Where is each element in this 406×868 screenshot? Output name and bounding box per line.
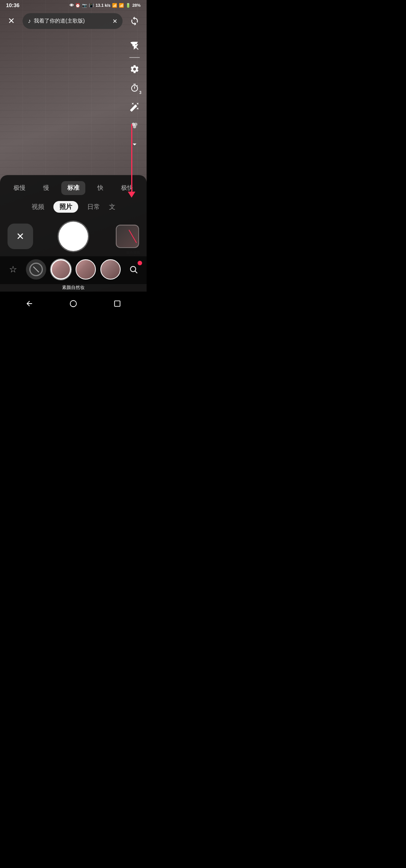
flip-camera-button[interactable] <box>127 14 142 29</box>
mode-text[interactable]: 文 <box>109 203 115 211</box>
speed-item-very-slow[interactable]: 极慢 <box>8 181 32 195</box>
timer-badge: 3 <box>139 91 141 95</box>
speed-item-fast[interactable]: 快 <box>88 181 112 195</box>
sidebar-divider <box>129 57 140 58</box>
network-speed: 13.1 k/s <box>95 3 111 8</box>
svg-line-6 <box>135 271 138 274</box>
camera-status-icon: 📷 <box>82 3 87 8</box>
top-bar: ✕ ♪ 我着了你的道(主歌版) ✕ <box>0 11 147 32</box>
filter-bar-wrapper: ☆ <box>0 256 147 292</box>
filter-thumb-1[interactable] <box>51 259 71 280</box>
status-icons: 👁 ⏰ 📷 📳 13.1 k/s 📶 📶 🔋 28% <box>70 3 141 8</box>
filter-none-button[interactable] <box>26 259 46 280</box>
music-title: 我着了你的道(主歌版) <box>34 18 109 24</box>
signal-icon: 📶 <box>119 3 124 8</box>
alarm-icon: ⏰ <box>75 3 80 8</box>
mode-video[interactable]: 视频 <box>32 203 44 211</box>
filter-none-inner <box>29 263 43 276</box>
arrow-indicator <box>128 124 135 198</box>
mode-daily[interactable]: 日常 <box>87 203 100 211</box>
cancel-recording-button[interactable]: ✕ <box>8 224 33 249</box>
settings-button[interactable] <box>126 61 143 77</box>
mode-photo[interactable]: 照片 <box>53 201 78 213</box>
timer-button[interactable]: 3 <box>126 80 143 96</box>
wifi-icon: 📶 <box>112 3 117 8</box>
svg-point-8 <box>70 301 77 307</box>
filter-bar: ☆ <box>0 256 147 284</box>
vibrate-icon: 📳 <box>89 3 94 8</box>
battery-percent: 28% <box>132 3 141 8</box>
navigation-bar <box>0 292 147 317</box>
favorites-button[interactable]: ☆ <box>5 261 21 278</box>
search-filter-button[interactable] <box>125 261 142 278</box>
speed-item-very-fast[interactable]: 极快 <box>115 181 139 195</box>
gallery-thumbnail[interactable] <box>116 225 139 248</box>
filter-thumb-3[interactable] <box>100 259 121 280</box>
music-close-button[interactable]: ✕ <box>112 18 117 25</box>
svg-rect-9 <box>114 301 120 307</box>
shutter-inner <box>61 224 86 249</box>
filter-thumb-2[interactable] <box>76 259 96 280</box>
gallery-thumb-inner <box>117 225 138 247</box>
capture-row: ✕ <box>0 218 147 256</box>
speed-item-standard[interactable]: 标准 <box>61 181 85 195</box>
battery-icon: 🔋 <box>126 3 131 8</box>
status-time: 10:36 <box>6 2 20 8</box>
svg-point-7 <box>138 261 142 265</box>
flash-off-button[interactable] <box>126 38 143 54</box>
home-button[interactable] <box>65 295 82 312</box>
shutter-button[interactable] <box>59 222 88 251</box>
svg-point-5 <box>130 266 136 272</box>
thumb-line-decoration <box>129 230 137 243</box>
status-bar: 10:36 👁 ⏰ 📷 📳 13.1 k/s 📶 📶 🔋 28% <box>0 0 147 11</box>
speed-item-slow[interactable]: 慢 <box>35 181 59 195</box>
music-tag[interactable]: ♪ 我着了你的道(主歌版) ✕ <box>23 13 123 29</box>
speed-selector: 极慢 慢 标准 快 极快 <box>0 175 147 199</box>
music-note-icon: ♪ <box>28 18 31 24</box>
beauty-button[interactable] <box>126 98 143 115</box>
close-button[interactable]: ✕ <box>5 14 18 28</box>
filter-label: 素颜自然妆 <box>58 284 88 291</box>
bottom-panel: 极慢 慢 标准 快 极快 视频 照片 日常 文 ✕ ☆ <box>0 175 147 317</box>
eye-icon: 👁 <box>70 3 74 8</box>
recents-button[interactable] <box>109 295 126 312</box>
back-button[interactable] <box>21 295 38 312</box>
svg-line-4 <box>33 267 39 272</box>
mode-selector: 视频 照片 日常 文 <box>0 199 147 218</box>
